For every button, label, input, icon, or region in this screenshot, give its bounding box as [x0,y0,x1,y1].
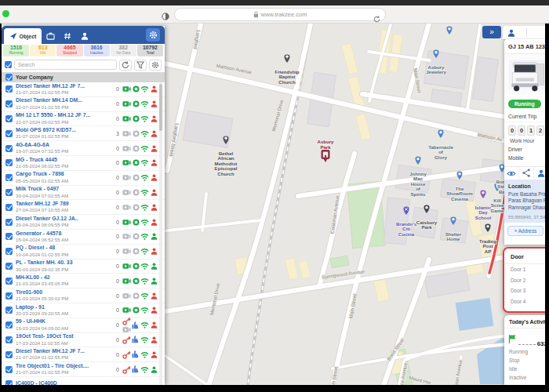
vehicle-checkbox[interactable] [5,219,13,226]
stat-running[interactable]: 1516 Running [3,45,29,56]
stop-icon[interactable] [132,174,141,181]
stat-stopped[interactable]: 4665 Stopped [56,45,82,56]
vehicle-row[interactable]: Mobi GPS 6972 KID57... 21-07-2024 01:02:… [2,126,165,141]
stop-icon[interactable] [132,85,141,93]
key-icon[interactable] [122,336,132,344]
wifi-icon[interactable] [140,130,150,137]
vehicle-name[interactable]: Cargo Truck - 7898 [16,172,113,177]
driver-icon[interactable] [150,321,159,328]
vehicle-name[interactable]: Diesel Tanker MH.12 JF 7... [16,84,113,89]
stat-inactive[interactable]: 3616 Inactive [84,45,110,56]
vehicle-name[interactable]: MH-KL00 - 42 [16,275,113,281]
select-all-checkbox[interactable] [5,61,12,68]
vehicle-row[interactable]: Milk Truck - 0497 30-04-2024 07:02:55 AM… [2,186,165,201]
wifi-icon[interactable] [140,174,150,181]
wifi-icon[interactable] [140,145,150,152]
vehicle-checkbox[interactable] [5,307,13,314]
thumb-icon[interactable] [132,350,141,358]
camera-icon[interactable] [122,233,132,240]
thumb-icon[interactable] [132,365,141,373]
driver-icon[interactable] [150,204,159,211]
vehicle-row[interactable]: Generator - 44578 15-04-2024 06:52:55 AM… [2,230,165,245]
stat-idle[interactable]: 613 Idle [30,45,56,56]
wifi-icon[interactable] [140,189,150,196]
wifi-icon[interactable] [140,307,150,314]
key-icon[interactable] [122,317,132,333]
camera-icon[interactable] [122,85,132,93]
vehicle-checkbox[interactable] [5,100,13,107]
camera-icon[interactable] [122,278,132,285]
vehicle-row[interactable]: Diesel Tanker GJ.12 JA.. 20-04-2024 08:0… [2,215,165,230]
vehicle-name[interactable]: 19Oct Test- 19Oct Test [16,334,113,339]
tab-detail-person[interactable] [503,26,520,40]
driver-icon[interactable] [150,366,159,373]
vehicle-name[interactable]: MG - Truck 4445 [16,158,113,163]
camera-icon[interactable] [122,307,132,314]
key-icon[interactable] [122,350,132,359]
vehicle-name[interactable]: Tire Object01 - Tire Object.... [16,364,113,369]
driver-icon[interactable] [150,115,159,122]
camera-icon[interactable] [122,292,132,299]
vehicle-row[interactable]: Laptop - 91 20-03-2024 09:20:55 AM 0 [2,303,165,318]
driver-icon[interactable] [150,263,159,270]
stop-icon[interactable] [132,204,141,211]
vehicle-checkbox[interactable] [5,233,13,240]
stop-icon[interactable] [132,248,141,255]
vehicle-row[interactable]: IC400D - IC400D [2,377,165,385]
vehicle-row[interactable]: Tire01-900 21-03-2024 05:30:02 PM 0 [2,289,165,303]
vehicle-row[interactable]: 19Oct Test- 19Oct Test 17-03-2024 11:02:… [2,333,165,348]
vehicle-checkbox[interactable] [5,278,13,285]
thumb-icon[interactable] [132,321,141,329]
driver-icon[interactable] [150,292,159,299]
camera-icon[interactable] [122,100,132,107]
vehicle-row[interactable]: Diesel Tanker MH.12 JF 7... 21-07-2024 0… [2,347,165,362]
vehicle-name[interactable]: Milk Truck - 0497 [16,187,113,192]
wifi-icon[interactable] [140,336,150,343]
vehicle-checkbox[interactable] [5,115,13,122]
stat-total[interactable]: 10792 Total [137,45,163,56]
wifi-icon[interactable] [140,278,150,285]
vehicle-name[interactable]: Diesel Tanker MH.14 DM... [16,98,113,103]
tab-briefcase[interactable] [42,28,59,44]
stop-icon[interactable] [132,130,141,137]
vehicle-name[interactable]: Generator - 44578 [16,231,113,237]
camera-icon[interactable] [122,130,132,137]
vehicle-name[interactable]: Tire01-900 [16,290,113,296]
sidebar-settings-button[interactable] [146,28,160,42]
driver-icon[interactable] [150,85,159,93]
vehicle-row[interactable]: PQ - Diesel - 48 10-04-2024 01:02:55 PM … [2,245,165,260]
wifi-icon[interactable] [140,263,150,270]
list-settings-button[interactable] [149,60,162,71]
stat-no-data[interactable]: 382 No Data [111,45,136,56]
vehicle-row[interactable]: PL - Tanker MH. 40. 33 30-03-2024 09:02:… [2,260,165,274]
vehicle-name[interactable]: Diesel Tanker MH.12 JF 7... [16,349,113,354]
add-address-button[interactable]: + Address [507,226,544,236]
vehicle-checkbox[interactable] [5,159,13,166]
company-checkbox[interactable] [5,74,13,81]
camera-icon[interactable] [122,263,132,270]
vehicle-checkbox[interactable] [5,248,13,255]
wifi-icon[interactable] [140,233,150,240]
camera-icon[interactable] [122,174,132,181]
tab-person[interactable] [76,28,93,44]
vehicle-row[interactable]: 4G-6A-4G-6A 19-07-2024 07:32:55 PM 0 [2,141,165,156]
vehicle-checkbox[interactable] [5,174,13,181]
stop-icon[interactable] [132,263,141,270]
wifi-icon[interactable] [140,100,150,107]
tab-object[interactable]: Object [4,28,42,44]
driver-icon[interactable] [150,307,159,314]
vehicle-row[interactable]: MH 12 LT 5550 - MH.12 JF 7... 22-07-2024… [2,112,165,127]
vehicle-name[interactable]: 4G-6A-4G-6A [16,143,113,148]
vehicle-checkbox[interactable] [5,130,13,137]
thumb-icon[interactable] [132,336,141,343]
vehicle-row[interactable]: Diesel Tanker MH.14 DM... 22-07-2024 01:… [2,97,165,112]
camera-icon[interactable] [122,159,132,166]
stop-icon[interactable] [132,292,141,299]
driver-icon[interactable] [150,174,159,181]
vehicle-name[interactable]: Mobi GPS 6972 KID57... [16,128,113,133]
camera-icon[interactable] [122,115,132,122]
share-button[interactable] [519,167,534,180]
driver-icon[interactable] [150,351,159,358]
view-button[interactable] [504,167,519,180]
driver-icon[interactable] [150,248,159,255]
